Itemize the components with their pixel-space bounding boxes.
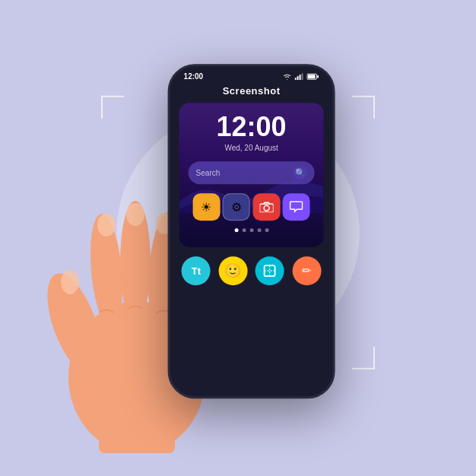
svg-rect-18 bbox=[308, 75, 316, 78]
dot-1 bbox=[234, 228, 238, 232]
app-grid: ☀ ⚙ bbox=[189, 193, 315, 221]
crop-icon bbox=[263, 264, 277, 278]
svg-point-8 bbox=[126, 203, 144, 226]
phone-body: 12:00 bbox=[168, 64, 335, 398]
search-icon[interactable]: 🔍 bbox=[294, 166, 307, 179]
svg-rect-21 bbox=[265, 265, 275, 276]
svg-rect-13 bbox=[297, 76, 299, 80]
status-time: 12:00 bbox=[184, 72, 204, 81]
screen-title: Screenshot bbox=[170, 84, 333, 103]
app-icon-settings[interactable]: ⚙ bbox=[223, 193, 250, 221]
dot-3 bbox=[249, 228, 253, 232]
dot-2 bbox=[242, 228, 246, 232]
camera-icon bbox=[259, 202, 273, 212]
corner-br bbox=[352, 347, 375, 370]
corner-tl bbox=[101, 96, 124, 119]
svg-point-7 bbox=[97, 214, 116, 236]
app-icon-messages[interactable] bbox=[283, 193, 310, 221]
clock-area: 12:00 Wed, 20 August Search 🔍 ☀ ⚙ bbox=[179, 103, 324, 247]
app-icon-camera[interactable] bbox=[252, 193, 280, 221]
toolbar-text-btn[interactable]: Tt bbox=[182, 256, 211, 285]
svg-rect-15 bbox=[302, 73, 303, 80]
corner-tr bbox=[352, 96, 375, 119]
svg-rect-11 bbox=[99, 423, 175, 453]
signal-icon bbox=[295, 73, 304, 80]
phone-mockup: 12:00 bbox=[168, 64, 335, 398]
bottom-toolbar: Tt 🙂 ✏ bbox=[170, 250, 333, 288]
search-bar[interactable]: Search 🔍 bbox=[189, 161, 315, 184]
toolbar-emoji-btn[interactable]: 🙂 bbox=[218, 256, 247, 285]
svg-rect-17 bbox=[317, 75, 319, 78]
dot-5 bbox=[265, 228, 268, 232]
svg-point-20 bbox=[264, 205, 269, 211]
clock-date: Wed, 20 August bbox=[189, 144, 315, 152]
clock-display: 12:00 bbox=[189, 113, 315, 141]
dot-4 bbox=[257, 228, 261, 232]
wifi-icon bbox=[283, 73, 292, 80]
status-icons bbox=[283, 73, 319, 80]
svg-point-6 bbox=[61, 270, 79, 294]
app-icon-weather[interactable]: ☀ bbox=[192, 193, 220, 221]
toolbar-crop-btn[interactable] bbox=[255, 256, 284, 285]
svg-rect-12 bbox=[295, 78, 297, 80]
svg-rect-14 bbox=[300, 75, 301, 80]
messages-icon bbox=[290, 201, 303, 213]
battery-icon bbox=[307, 73, 319, 80]
toolbar-draw-btn[interactable]: ✏ bbox=[292, 256, 321, 285]
status-bar: 12:00 bbox=[170, 66, 333, 84]
page-dots bbox=[189, 228, 315, 232]
search-placeholder: Search bbox=[196, 169, 294, 177]
